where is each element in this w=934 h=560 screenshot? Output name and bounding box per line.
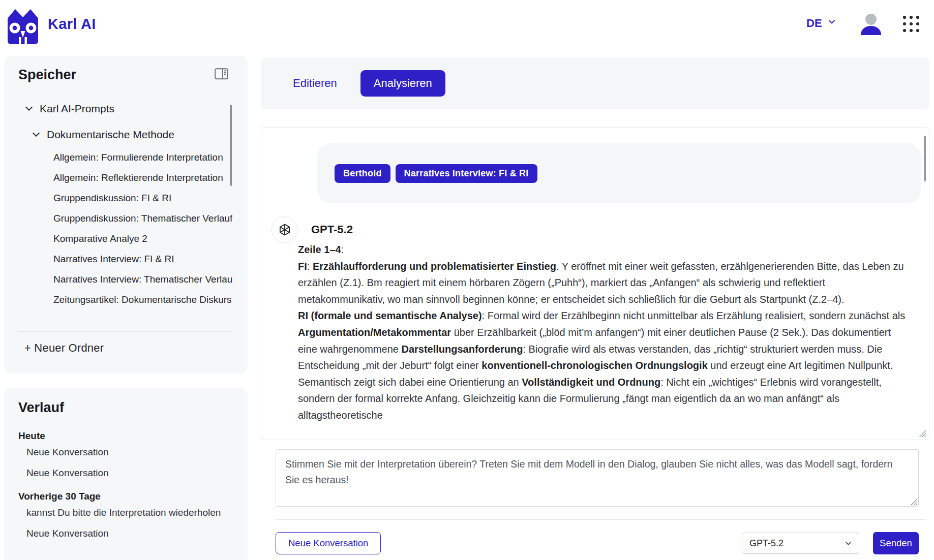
user-badges: BertholdNarratives Interview: FI & RI <box>335 164 537 183</box>
assistant-header: GPT-5.2 <box>272 216 353 243</box>
tree-item[interactable]: Gruppendiskussion: Thematischer Verlauf <box>53 208 232 229</box>
speicher-panel: Speicher Karl AI-Prompts Dokumentarische… <box>4 56 248 374</box>
tree-folder-label: Dokumentarische Methode <box>47 129 174 141</box>
history-item[interactable]: kannst Du bitte die Interpretation wiede… <box>26 507 245 518</box>
language-label: DE <box>806 17 822 30</box>
model-select-wrap: GPT-5.2 <box>742 533 859 554</box>
apps-grid-icon[interactable] <box>901 14 921 36</box>
tree-item[interactable]: Allgemein: Reflektierende Interpretation <box>53 168 232 188</box>
model-name: GPT-5.2 <box>311 223 353 236</box>
speicher-title: Speicher <box>18 67 76 83</box>
conversation-scrollbar-thumb[interactable] <box>924 136 926 181</box>
tree-item[interactable]: Allgemein: Formulierende Interpretation <box>53 147 232 168</box>
verlauf-title: Verlauf <box>18 400 64 416</box>
assistant-message: Zeile 1–4:FI: Erzählaufforderung und pro… <box>298 241 908 424</box>
prompt-badge[interactable]: Berthold <box>335 164 390 183</box>
tab-editieren[interactable]: Editieren <box>284 70 346 97</box>
history-group-label: Vorherige 30 Tage <box>18 491 242 502</box>
chevron-down-icon <box>827 17 837 30</box>
conversation-panel: BertholdNarratives Interview: FI & RI GP… <box>261 127 929 440</box>
prompt-tree: Karl AI-Prompts Dokumentarische Methode … <box>4 96 248 310</box>
prompt-list: Allgemein: Formulierende InterpretationA… <box>4 147 232 310</box>
tree-item[interactable]: Zeitungsartikel: Dokumentarische Diskurs <box>53 290 232 310</box>
verlauf-panel: Verlauf HeuteNeue KonversationNeue Konve… <box>4 388 248 560</box>
tree-item[interactable]: Narratives Interview: FI & RI <box>53 249 232 269</box>
send-button[interactable]: Senden <box>873 532 919 554</box>
brand-title: Karl AI <box>48 16 96 33</box>
new-conversation-button[interactable]: Neue Konversation <box>276 532 381 554</box>
model-select[interactable]: GPT-5.2 <box>742 533 859 554</box>
tab-analysieren[interactable]: Analysieren <box>360 70 445 97</box>
new-folder-button[interactable]: + Neuer Ordner <box>24 341 104 355</box>
chevron-down-icon[interactable] <box>33 130 40 137</box>
history-groups: HeuteNeue KonversationNeue KonversationV… <box>18 424 242 549</box>
history-item[interactable]: Neue Konversation <box>26 468 245 479</box>
prompt-badge[interactable]: Narratives Interview: FI & RI <box>396 164 537 183</box>
mode-tabs: Editieren Analysieren <box>261 57 929 109</box>
message-paragraph: FI: Erzählaufforderung und problematisie… <box>298 258 908 308</box>
user-message-bubble: BertholdNarratives Interview: FI & RI <box>317 143 921 203</box>
tree-item[interactable]: Komparative Analye 2 <box>53 229 232 249</box>
textarea-resize-handle[interactable] <box>910 497 917 505</box>
openai-icon <box>272 216 298 243</box>
language-selector[interactable]: DE <box>806 17 837 30</box>
user-avatar[interactable] <box>859 12 883 38</box>
chat-input[interactable] <box>276 449 919 507</box>
history-item[interactable]: Neue Konversation <box>26 447 245 458</box>
tree-folder-dokumentarische-methode[interactable]: Dokumentarische Methode <box>4 122 248 147</box>
divider <box>18 331 231 332</box>
chevron-down-icon[interactable] <box>25 104 33 111</box>
tree-root-karl-ai-prompts[interactable]: Karl AI-Prompts <box>4 96 248 122</box>
owl-logo[interactable] <box>7 5 39 46</box>
tree-item[interactable]: Narratives Interview: Thematischer Verla… <box>53 269 232 290</box>
history-group-label: Heute <box>18 430 242 442</box>
message-paragraph: Zeile 1–4: <box>298 241 908 258</box>
panel-resize-handle[interactable] <box>918 429 926 437</box>
tree-item[interactable]: Gruppendiskussion: FI & RI <box>53 188 232 208</box>
split-panel-icon[interactable] <box>215 68 228 81</box>
sidebar-scrollbar-thumb[interactable] <box>230 105 232 186</box>
message-paragraph: RI (formale und semantische Analyse): Fo… <box>298 307 908 423</box>
tree-root-label: Karl AI-Prompts <box>40 103 114 115</box>
divider <box>276 519 925 520</box>
history-item[interactable]: Neue Konversation <box>26 528 245 539</box>
